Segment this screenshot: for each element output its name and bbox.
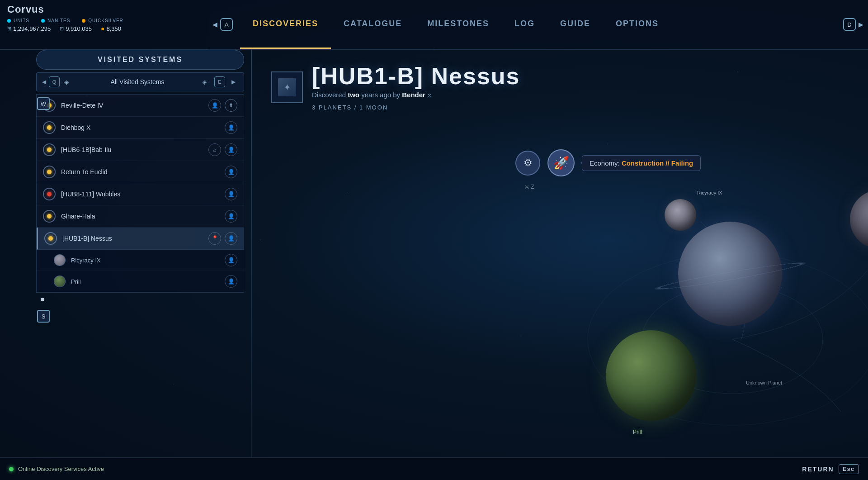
filter-end-key-badge: E bbox=[214, 76, 225, 87]
w-key-indicator[interactable]: W bbox=[37, 97, 50, 110]
planet-visualization: Ricyracy IX Unknown Planet Unknown Plane… bbox=[524, 185, 868, 457]
filter-row[interactable]: ◀ Q ◈ All Visited Systems ◈ E ▶ bbox=[36, 72, 244, 91]
system-title-area: [HUB1-B] Nessus Discovered two years ago… bbox=[312, 63, 850, 111]
planet-ricyracy-label: Ricyracy IX bbox=[697, 190, 722, 195]
conflict-label: ⚔ Z bbox=[524, 184, 534, 190]
system-item-euclid[interactable]: Return To Euclid 👤 bbox=[37, 161, 244, 183]
tab-guide[interactable]: GUIDE bbox=[547, 0, 603, 49]
quicksilver-value-display: ● 8,350 bbox=[101, 25, 121, 32]
thumbnail-inner: ✦ bbox=[278, 78, 296, 96]
planet-prill-viz bbox=[606, 330, 696, 421]
user-icon-reville: 👤 bbox=[208, 99, 221, 112]
yellow-star-icon-diehbog bbox=[47, 125, 52, 130]
yellow-star-icon-euclid bbox=[47, 170, 52, 174]
online-dot bbox=[9, 467, 14, 471]
system-icon-wobbles bbox=[43, 188, 56, 200]
system-item-wobbles[interactable]: [HUB8-111] Wobbles 👤 bbox=[37, 183, 244, 205]
system-icon-euclid bbox=[43, 166, 56, 178]
system-stats: 3 PLANETS / 1 MOON bbox=[312, 104, 850, 111]
system-item-reville[interactable]: Reville-Dete IV 👤 ⬆ bbox=[37, 95, 244, 117]
nanites-dot-label bbox=[41, 19, 45, 23]
filter-label: All Visited Systems bbox=[72, 78, 203, 86]
user-icon-prill: 👤 bbox=[225, 275, 237, 288]
red-star-icon-wobbles bbox=[47, 192, 52, 196]
filter-diamond-icon: ◈ bbox=[64, 79, 69, 86]
currency-row: ⊞ 1,294,967,295 ⊡ 9,910,035 ● 8,350 bbox=[7, 25, 201, 32]
online-status: Online Discovery Services Active bbox=[9, 466, 104, 472]
system-subtitle: Discovered two years ago by Bender ⊙ bbox=[312, 91, 850, 99]
system-actions-nessus: 📍 👤 bbox=[208, 232, 237, 245]
tab-discoveries[interactable]: DISCOVERIES bbox=[240, 0, 331, 49]
status-bar: Online Discovery Services Active RETURN … bbox=[0, 457, 868, 480]
yellow-star-icon-glhare bbox=[47, 214, 52, 219]
system-name-glhare: Glhare-Hala bbox=[61, 213, 225, 220]
pin-icon-nessus: 📍 bbox=[208, 232, 221, 245]
nanites-label: Nanites bbox=[47, 18, 70, 23]
system-actions-wobbles: 👤 bbox=[225, 188, 237, 200]
units-icon: ⊞ bbox=[7, 26, 11, 32]
system-name-euclid: Return To Euclid bbox=[61, 168, 225, 176]
system-actions-glhare: 👤 bbox=[225, 210, 237, 223]
sidebar: VISITED SYSTEMS ◀ Q ◈ All Visited System… bbox=[36, 50, 244, 293]
system-icon-babilu bbox=[43, 143, 56, 156]
units-dot bbox=[7, 19, 11, 23]
upload-icon-reville: ⬆ bbox=[225, 99, 237, 112]
player-info: Corvus Units Nanites Quicksilver ⊞ 1,294… bbox=[0, 0, 208, 50]
return-key-badge: Esc bbox=[839, 464, 859, 474]
economy-icon-ship: 🚀 bbox=[547, 149, 575, 176]
system-icon-nessus bbox=[44, 232, 57, 245]
yellow-star-icon-babilu bbox=[47, 147, 52, 152]
tab-catalogue[interactable]: CATALOGUE bbox=[331, 0, 415, 49]
system-item-babilu[interactable]: [HUB6-1B]Bab-Ilu ⌂ 👤 bbox=[37, 139, 244, 161]
planet-icon-prill bbox=[54, 276, 66, 287]
system-item-diehbog[interactable]: Diehbog X 👤 bbox=[37, 117, 244, 139]
system-detail-header: ✦ [HUB1-B] Nessus Discovered two years a… bbox=[253, 50, 868, 120]
home-icon-babilu: ⌂ bbox=[208, 143, 221, 156]
planet-unknown-viz bbox=[850, 190, 868, 249]
filter-left-arrow: ◀ bbox=[42, 79, 46, 85]
user-icon-babilu: 👤 bbox=[225, 143, 237, 156]
nav-tabs: ◀ A DISCOVERIES CATALOGUE MILESTONES LOG… bbox=[208, 0, 868, 50]
main-content: ✦ [HUB1-B] Nessus Discovered two years a… bbox=[253, 50, 868, 480]
user-icon-euclid: 👤 bbox=[225, 166, 237, 178]
system-actions-diehbog: 👤 bbox=[225, 121, 237, 134]
units-label: Units bbox=[14, 18, 29, 23]
nav-right-arrow[interactable]: D ▶ bbox=[836, 0, 868, 49]
system-actions-babilu: ⌂ 👤 bbox=[208, 143, 237, 156]
system-name-wobbles: [HUB8-111] Wobbles bbox=[61, 190, 225, 198]
filter-right-arrow: ▶ bbox=[231, 79, 236, 85]
user-icon-glhare: 👤 bbox=[225, 210, 237, 223]
tab-log[interactable]: LOG bbox=[502, 0, 547, 49]
quicksilver-coin-icon: ● bbox=[101, 25, 104, 32]
tab-options[interactable]: OPTIONS bbox=[603, 0, 671, 49]
s-key-indicator[interactable]: S bbox=[37, 310, 50, 323]
sidebar-header: VISITED SYSTEMS bbox=[36, 50, 244, 70]
user-icon-wobbles: 👤 bbox=[225, 188, 237, 200]
tab-milestones[interactable]: MILESTONES bbox=[415, 0, 502, 49]
system-item-nessus[interactable]: [HUB1-B] Nessus 📍 👤 bbox=[37, 228, 244, 250]
orbital-lines-svg bbox=[524, 185, 868, 457]
planet-icon-ricyracy bbox=[54, 254, 66, 266]
system-list: Reville-Dete IV 👤 ⬆ Diehbog X 👤 [HUB6-1B… bbox=[36, 94, 244, 293]
unknown-center-label: Unknown Planet bbox=[746, 380, 782, 385]
system-name-babilu: [HUB6-1B]Bab-Ilu bbox=[61, 146, 208, 153]
planet-prill-label: Prill bbox=[633, 429, 642, 435]
return-button[interactable]: RETURN Esc bbox=[802, 464, 859, 474]
yellow-star-icon-nessus bbox=[48, 236, 53, 241]
planet-name-prill: Prill bbox=[71, 278, 225, 285]
online-text: Online Discovery Services Active bbox=[18, 466, 104, 472]
user-icon-diehbog: 👤 bbox=[225, 121, 237, 134]
economy-tooltip: Economy: Construction // Failing bbox=[582, 155, 701, 171]
planet-name-ricyracy: Ricyracy IX bbox=[71, 257, 225, 264]
system-item-glhare[interactable]: Glhare-Hala 👤 bbox=[37, 205, 244, 228]
nav-left-arrow[interactable]: ◀ A bbox=[208, 0, 240, 49]
planet-ricyracy-viz bbox=[665, 199, 696, 231]
system-actions-euclid: 👤 bbox=[225, 166, 237, 178]
economy-icon-gear: ⚙ bbox=[515, 151, 540, 176]
nav-left-key-badge: A bbox=[220, 18, 233, 31]
planet-item-ricyracy[interactable]: Ricyracy IX 👤 bbox=[37, 250, 244, 271]
filter-diamond-end-icon: ◈ bbox=[203, 79, 207, 86]
system-icon-glhare bbox=[43, 210, 56, 223]
planet-item-prill[interactable]: Prill 👤 bbox=[37, 271, 244, 292]
nanites-icon: ⊡ bbox=[60, 26, 64, 32]
